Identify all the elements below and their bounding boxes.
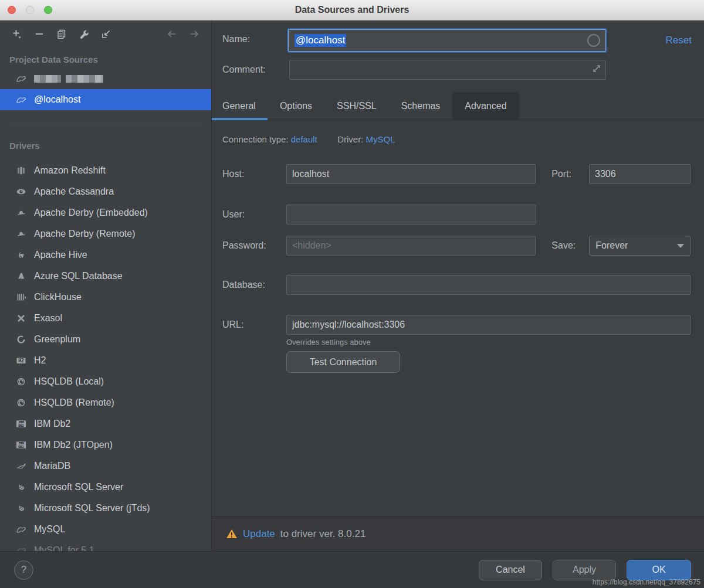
hive-icon: [15, 249, 27, 261]
mssql-icon: [15, 502, 27, 514]
derby-icon: [15, 228, 27, 240]
user-input[interactable]: [286, 205, 536, 225]
list-item-microsoft-sql-server[interactable]: Microsoft SQL Server: [0, 477, 211, 498]
sidebar: Project Data Sources@localhostDriversAma…: [0, 21, 211, 551]
list-item-label: MariaDB: [34, 461, 70, 471]
name-input[interactable]: @localhost: [288, 29, 606, 52]
save-label: Save:: [551, 240, 589, 251]
list-item-mysql[interactable]: MySQL: [0, 519, 211, 540]
list-item-hsqldb-local-[interactable]: HSQLDB (Local): [0, 371, 211, 392]
list-item-label: HSQLDB (Local): [34, 376, 104, 387]
list-item-hsqldb-remote-[interactable]: HSQLDB (Remote): [0, 392, 211, 413]
cancel-button[interactable]: Cancel: [479, 560, 542, 580]
h2-icon: H2: [15, 355, 27, 366]
list-item-mariadb[interactable]: MariaDB: [0, 456, 211, 477]
tab-options[interactable]: Options: [268, 92, 324, 120]
list-item-ibm-db2[interactable]: IBMDB2IBM Db2: [0, 413, 211, 434]
expand-icon[interactable]: [591, 63, 603, 77]
list-item-ibm-db2-jtopen-[interactable]: IBMDB2IBM Db2 (JTOpen): [0, 434, 211, 456]
url-input[interactable]: [286, 315, 691, 335]
import-button[interactable]: [96, 25, 116, 43]
chevron-down-icon: [677, 244, 684, 248]
cassandra-icon: [15, 186, 27, 198]
driver-update-bar: Update to driver ver. 8.0.21: [212, 516, 704, 551]
connection-type-value-link[interactable]: default: [291, 134, 317, 144]
exasol-icon: [15, 312, 27, 324]
comment-input[interactable]: [289, 60, 606, 80]
dialog-footer: ? Cancel Apply OK https://blog.csdn.net/…: [0, 551, 704, 588]
sidebar-toolbar: [0, 21, 211, 47]
greenplum-icon: [15, 334, 27, 345]
progress-ring-icon: [587, 34, 600, 47]
list-item-h2[interactable]: H2H2: [0, 350, 211, 371]
password-label: Password:: [222, 240, 286, 251]
datasource-settings-panel: Name: @localhost Reset Comment: GeneralO…: [211, 21, 704, 551]
back-arrow-icon: [165, 28, 178, 40]
list-item-label: @localhost: [34, 94, 80, 105]
list-item-azure-sql-database[interactable]: Azure SQL Database: [0, 266, 211, 287]
minimize-window-button[interactable]: [26, 6, 34, 14]
list-item-label: ClickHouse: [34, 292, 82, 303]
url-label: URL:: [222, 320, 286, 330]
name-label: Name:: [222, 34, 250, 45]
reset-link[interactable]: Reset: [666, 35, 692, 46]
duplicate-button[interactable]: [52, 25, 72, 43]
connection-type-label: Connection type:: [222, 134, 289, 144]
list-item--localhost[interactable]: @localhost: [0, 89, 211, 110]
azure-icon: [15, 270, 27, 282]
data-sources-dialog: Data Sources and Drivers Project Data So…: [0, 0, 704, 588]
zoom-window-button[interactable]: [44, 6, 52, 14]
tab-general[interactable]: General: [212, 92, 268, 120]
list-item-label: HSQLDB (Remote): [34, 397, 114, 408]
list-item-clickhouse[interactable]: ClickHouse: [0, 287, 211, 308]
hsqldb-icon: [15, 397, 27, 409]
tab-ssh-ssl[interactable]: SSH/SSL: [324, 92, 389, 120]
clickhouse-icon: [15, 291, 27, 303]
list-item-apache-hive[interactable]: Apache Hive: [0, 244, 211, 266]
port-label: Port:: [551, 169, 589, 179]
list-item-label: H2: [34, 355, 46, 366]
mariadb-icon: [15, 460, 27, 472]
remove-button[interactable]: [29, 25, 49, 43]
test-connection-button[interactable]: Test Connection: [286, 351, 400, 373]
warning-icon: [226, 528, 238, 540]
driver-value-link[interactable]: MySQL: [365, 134, 395, 144]
host-row: Host: Port:: [222, 164, 691, 184]
list-item-apache-derby-remote-[interactable]: Apache Derby (Remote): [0, 223, 211, 244]
list-item-apache-derby-embedded-[interactable]: Apache Derby (Embedded): [0, 202, 211, 223]
list-item-label: Apache Cassandra: [34, 186, 114, 197]
svg-text:DB2: DB2: [18, 445, 24, 448]
database-input[interactable]: [286, 275, 691, 295]
redshift-icon: [15, 165, 27, 176]
list-item-label: Azure SQL Database: [34, 271, 123, 281]
ok-button[interactable]: OK: [627, 560, 691, 580]
host-input[interactable]: [286, 164, 536, 184]
apply-button[interactable]: Apply: [553, 560, 616, 580]
tab-schemas[interactable]: Schemas: [389, 92, 453, 120]
wrench-button[interactable]: [74, 25, 94, 43]
list-item-redacted-data-source[interactable]: [0, 68, 211, 89]
add-button[interactable]: [7, 25, 27, 43]
list-item-microsoft-sql-server-jtds-[interactable]: Microsoft SQL Server (jTds): [0, 498, 211, 519]
update-driver-link[interactable]: Update: [243, 528, 275, 540]
tab-advanced[interactable]: Advanced: [452, 92, 519, 120]
help-button[interactable]: ?: [14, 560, 33, 580]
list-item-greenplum[interactable]: Greenplum: [0, 329, 211, 350]
forward-arrow-button[interactable]: [184, 25, 204, 43]
derby-icon: [15, 207, 27, 219]
close-window-button[interactable]: [8, 6, 16, 14]
list-item-apache-cassandra[interactable]: Apache Cassandra: [0, 181, 211, 202]
list-item-mysql-for-5-1[interactable]: MySQL for 5.1: [0, 540, 211, 551]
list-item-amazon-redshift[interactable]: Amazon Redshift: [0, 160, 211, 181]
connection-type-row: Connection type: default Driver: MySQL: [222, 134, 395, 144]
port-input[interactable]: [589, 164, 691, 184]
add-icon: [12, 29, 22, 39]
title-bar: Data Sources and Drivers: [0, 0, 704, 21]
save-dropdown[interactable]: Forever: [589, 236, 691, 256]
back-arrow-button[interactable]: [162, 25, 182, 43]
list-item-exasol[interactable]: Exasol: [0, 308, 211, 329]
url-hint: Overrides settings above: [286, 338, 371, 346]
import-icon: [101, 29, 111, 39]
redacted-text-mosaic: [34, 75, 103, 83]
password-input[interactable]: [286, 236, 536, 256]
